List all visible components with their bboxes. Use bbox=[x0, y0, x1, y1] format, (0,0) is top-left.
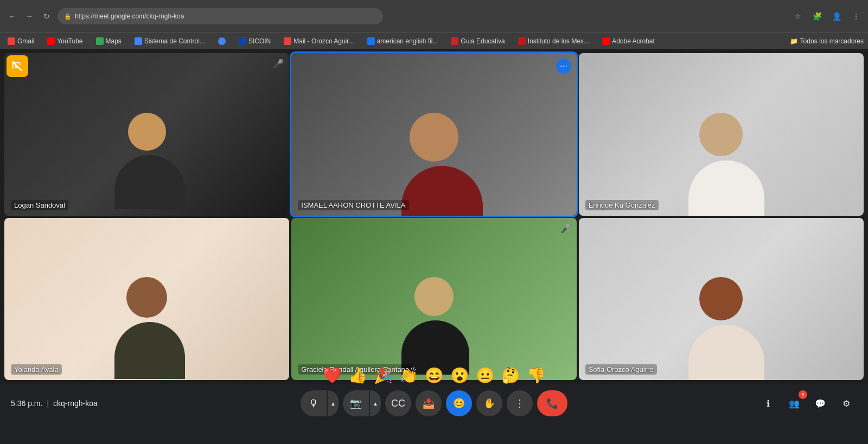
share-screen-icon: 📤 bbox=[423, 397, 435, 409]
american-icon bbox=[367, 37, 375, 45]
person-sofia bbox=[688, 277, 754, 364]
bookmark-mail[interactable]: Mail - Orozco Aguir... bbox=[280, 36, 357, 46]
bookmark-american[interactable]: american english fil... bbox=[364, 36, 442, 46]
camera-icon: 📷 bbox=[350, 397, 362, 409]
gmail-icon bbox=[8, 37, 15, 45]
meeting-code: ckq-rngh-koa bbox=[53, 399, 98, 408]
bookmark-gmail[interactable]: Gmail bbox=[4, 36, 37, 46]
person-enrique bbox=[688, 113, 754, 200]
control-bar: 5:36 p.m. | ckq-rngh-koa 🎙 ▲ 📷 ▲ bbox=[0, 384, 868, 422]
camera-off-badge bbox=[7, 55, 28, 77]
nav-buttons: ← → ↻ bbox=[4, 9, 54, 24]
bookmark-sistema[interactable]: Sistema de Control... bbox=[131, 36, 208, 46]
participants-icon: 👥 bbox=[789, 398, 800, 409]
emoji-laugh[interactable]: 😄 bbox=[425, 366, 444, 384]
right-controls: ℹ 👥 6 💬 ⚙ bbox=[757, 392, 857, 414]
emoji-bar: ❤️ 👍 🎉 👏 😄 😮 😐 🤔 👎 bbox=[323, 366, 546, 384]
chat-button[interactable]: 💬 bbox=[809, 392, 831, 414]
person-yolanda bbox=[114, 277, 180, 364]
name-label-ismael: ISMAEL AARON CROTTE AVILA bbox=[298, 200, 409, 210]
mute-icon-graciela: 🎤 bbox=[560, 223, 571, 234]
lock-icon: 🔒 bbox=[64, 13, 72, 20]
emoji-heart[interactable]: ❤️ bbox=[323, 366, 342, 384]
mic-control-group: 🎙 ▲ bbox=[301, 390, 339, 416]
person-ismael bbox=[401, 113, 467, 200]
sicoin-icon bbox=[239, 37, 246, 45]
video-tile-enrique: Enrique Ku González bbox=[579, 53, 864, 216]
bookmark-gmail-label: Gmail bbox=[17, 37, 34, 45]
address-bar[interactable]: 🔒 https://meet.google.com/ckq-rngh-koa bbox=[58, 8, 383, 24]
name-label-enrique: Enrique Ku González bbox=[585, 200, 659, 210]
profile-button[interactable]: 👤 bbox=[829, 9, 844, 24]
extensions-button[interactable]: 🧩 bbox=[809, 9, 825, 24]
chat-icon: 💬 bbox=[815, 398, 826, 409]
participants-badge: 6 bbox=[799, 390, 807, 399]
video-tile-sofia: Sofia Orozco Aguirre bbox=[579, 218, 864, 381]
mic-icon: 🎙 bbox=[309, 398, 318, 409]
emoji-neutral[interactable]: 😐 bbox=[476, 366, 495, 384]
emoji-button[interactable]: 😊 bbox=[446, 390, 472, 416]
captions-button[interactable]: CC bbox=[385, 390, 411, 416]
emoji-party[interactable]: 🎉 bbox=[374, 366, 393, 384]
adobe-icon bbox=[602, 37, 610, 45]
mic-button[interactable]: 🎙 bbox=[301, 390, 327, 416]
emoji-thumbsup[interactable]: 👍 bbox=[348, 366, 367, 384]
bookmark-adobe[interactable]: Adobe Acrobat bbox=[599, 36, 658, 46]
raise-hand-icon: ✋ bbox=[483, 397, 495, 409]
more-options-button-ismael[interactable]: ⋯ bbox=[556, 59, 571, 74]
info-button[interactable]: ℹ bbox=[757, 392, 779, 414]
more-options-button[interactable]: ⋮ bbox=[507, 390, 533, 416]
bookmark-guia-label: Guia Educativa bbox=[461, 37, 505, 45]
bookmark-maps[interactable]: Maps bbox=[93, 36, 125, 46]
forward-button[interactable]: → bbox=[22, 9, 37, 24]
maps-icon bbox=[96, 37, 104, 45]
name-label-logan: Logan Sandoval bbox=[11, 200, 68, 210]
participants-button[interactable]: 👥 6 bbox=[783, 392, 805, 414]
google-icon bbox=[218, 37, 226, 45]
name-label-yolanda: Yolanda Ayala bbox=[11, 364, 62, 375]
url-text: https://meet.google.com/ckq-rngh-koa bbox=[75, 12, 184, 20]
mic-arrow-button[interactable]: ▲ bbox=[328, 390, 339, 416]
menu-button[interactable]: ⋮ bbox=[848, 9, 864, 24]
more-options-icon: ⋮ bbox=[515, 397, 525, 409]
bookmark-youtube-label: YouTube bbox=[57, 37, 82, 45]
end-call-icon: 📞 bbox=[546, 397, 558, 409]
person-logan bbox=[114, 113, 180, 200]
bookmark-google[interactable] bbox=[215, 36, 229, 46]
back-button[interactable]: ← bbox=[4, 9, 20, 24]
emoji-clap[interactable]: 👏 bbox=[399, 366, 418, 384]
name-label-sofia: Sofia Orozco Aguirre bbox=[585, 364, 657, 375]
bookmark-sicoin[interactable]: SICOIN bbox=[235, 36, 274, 46]
emoji-think[interactable]: 🤔 bbox=[501, 366, 520, 384]
camera-arrow-button[interactable]: ▲ bbox=[370, 390, 381, 416]
mail-icon bbox=[284, 37, 291, 45]
reload-button[interactable]: ↻ bbox=[39, 9, 54, 24]
person-graciela bbox=[401, 277, 467, 364]
bookmark-youtube[interactable]: YouTube bbox=[44, 36, 86, 46]
bookmarks-folder[interactable]: 📁 Todos los marcadores bbox=[790, 37, 864, 45]
raise-hand-button[interactable]: ✋ bbox=[476, 390, 502, 416]
emoji-wow[interactable]: 😮 bbox=[450, 366, 469, 384]
meet-container: 🎤 Logan Sandoval ⋯ ISMAEL AARON CROTTE A… bbox=[0, 49, 868, 422]
activities-button[interactable]: ⚙ bbox=[835, 392, 857, 414]
camera-off-icon bbox=[11, 60, 23, 72]
sistema-icon bbox=[135, 37, 142, 45]
info-icon: ℹ bbox=[767, 398, 770, 409]
bookmark-sicoin-label: SICOIN bbox=[248, 37, 271, 45]
browser-chrome: ← → ↻ 🔒 https://meet.google.com/ckq-rngh… bbox=[0, 0, 868, 33]
video-tile-graciela: 🎤 Graciela Randall Aguilera Santana bbox=[291, 218, 576, 381]
folder-label: Todos los marcadores bbox=[800, 37, 864, 45]
instituto-icon bbox=[518, 37, 526, 45]
bookmark-instituto[interactable]: Instituto de los Mex... bbox=[515, 36, 592, 46]
share-screen-button[interactable]: 📤 bbox=[416, 390, 442, 416]
emoji-icon: 😊 bbox=[453, 397, 465, 409]
bookmark-guia[interactable]: Guia Educativa bbox=[448, 36, 508, 46]
star-button[interactable]: ☆ bbox=[790, 9, 805, 24]
video-tile-ismael: ⋯ ISMAEL AARON CROTTE AVILA bbox=[291, 53, 576, 216]
bookmark-mail-label: Mail - Orozco Aguir... bbox=[293, 37, 354, 45]
end-call-button[interactable]: 📞 bbox=[537, 390, 567, 416]
time-separator: | bbox=[47, 399, 49, 408]
bookmark-maps-label: Maps bbox=[106, 37, 122, 45]
emoji-thumbsdown[interactable]: 👎 bbox=[527, 366, 546, 384]
camera-button[interactable]: 📷 bbox=[343, 390, 369, 416]
